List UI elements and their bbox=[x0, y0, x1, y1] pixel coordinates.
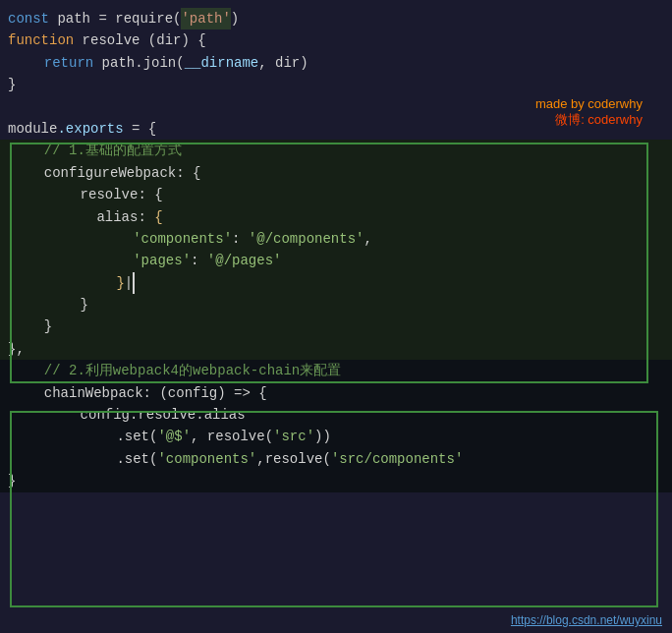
token: 'path' bbox=[181, 8, 230, 29]
code-line-13: } | bbox=[0, 272, 672, 294]
code-line-18: chainWebpack: (config) => { bbox=[0, 382, 672, 404]
code-line-9: resolve: { bbox=[0, 184, 672, 205]
token: '@$' bbox=[157, 426, 191, 447]
token: 'src/components' bbox=[331, 448, 463, 470]
token: .exports bbox=[57, 118, 123, 140]
token: alias: bbox=[47, 206, 154, 228]
token: } bbox=[28, 316, 52, 337]
code-editor: const path = require( 'path' ) function … bbox=[0, 0, 672, 633]
watermark: made by coderwhy 微博: coderwhy bbox=[535, 96, 643, 129]
token: : bbox=[232, 228, 249, 250]
token: } bbox=[47, 294, 88, 316]
token: 'components' bbox=[133, 228, 232, 250]
footer-url: https://blog.csdn.net/wuyxinu bbox=[511, 613, 662, 627]
token: } bbox=[8, 470, 16, 491]
token: configureWebpack: { bbox=[28, 162, 200, 184]
code-line-2: function resolve (dir) { bbox=[0, 29, 672, 51]
code-line-20: .set( '@$' , resolve( 'src' )) bbox=[0, 426, 672, 447]
token: const bbox=[8, 8, 49, 29]
code-line-16: }, bbox=[0, 338, 672, 360]
code-line-3: return path.join( __dirname , dir) bbox=[0, 52, 672, 74]
token bbox=[67, 272, 116, 294]
token: 'pages' bbox=[133, 250, 191, 271]
token bbox=[67, 250, 133, 271]
token: config.resolve.alias bbox=[47, 404, 246, 426]
code-line-11: 'components' : '@/components' , bbox=[0, 228, 672, 250]
token: '@/components' bbox=[249, 228, 364, 250]
token: { bbox=[154, 206, 162, 228]
token: // 1.基础的配置方式 bbox=[28, 140, 182, 161]
token bbox=[67, 228, 133, 250]
token: .set( bbox=[67, 426, 157, 447]
token: function bbox=[8, 29, 74, 51]
token: resolve (dir) { bbox=[74, 29, 205, 51]
token: = { bbox=[124, 118, 157, 140]
token: , dir) bbox=[258, 52, 308, 74]
token: path.join( bbox=[93, 52, 184, 74]
token: resolve: { bbox=[47, 184, 163, 205]
code-line-12: 'pages' : '@/pages' bbox=[0, 250, 672, 271]
code-line-14: } bbox=[0, 294, 672, 316]
token: module bbox=[8, 118, 57, 140]
token: // 2.利用webpack4的webpack-chain来配置 bbox=[28, 360, 341, 381]
token: , bbox=[364, 228, 371, 250]
code-line-21: .set( 'components' ,resolve( 'src/compon… bbox=[0, 448, 672, 470]
code-line-10: alias: { bbox=[0, 206, 672, 228]
token: path = require( bbox=[49, 8, 181, 29]
token: )) bbox=[314, 426, 331, 447]
token: ,resolve( bbox=[256, 448, 331, 470]
code-line-15: } bbox=[0, 316, 672, 337]
code-line-19: config.resolve.alias bbox=[0, 404, 672, 426]
token: chainWebpack: (config) => { bbox=[28, 382, 267, 404]
token: 'components' bbox=[157, 448, 256, 470]
token: , resolve( bbox=[191, 426, 273, 447]
code-line-1: const path = require( 'path' ) bbox=[0, 8, 672, 29]
token: } bbox=[116, 272, 124, 294]
token: '@/pages' bbox=[207, 250, 282, 271]
token: } bbox=[8, 74, 16, 95]
token: 'src' bbox=[273, 426, 314, 447]
token: return bbox=[28, 52, 93, 74]
token: }, bbox=[8, 338, 25, 360]
token: .set( bbox=[67, 448, 157, 470]
code-line-8: configureWebpack: { bbox=[0, 162, 672, 184]
code-line-22: } bbox=[0, 470, 672, 491]
watermark-text-1: made by coderwhy bbox=[535, 96, 643, 111]
token: | bbox=[125, 272, 135, 294]
watermark-text-2: 微博: coderwhy bbox=[535, 111, 643, 129]
code-content: const path = require( 'path' ) function … bbox=[0, 0, 672, 500]
token: : bbox=[191, 250, 207, 271]
code-line-4: } bbox=[0, 74, 672, 95]
token: __dirname bbox=[185, 52, 259, 74]
token bbox=[8, 96, 16, 118]
code-line-17: // 2.利用webpack4的webpack-chain来配置 bbox=[0, 360, 672, 381]
code-line-7: // 1.基础的配置方式 bbox=[0, 140, 672, 161]
token: ) bbox=[231, 8, 239, 29]
